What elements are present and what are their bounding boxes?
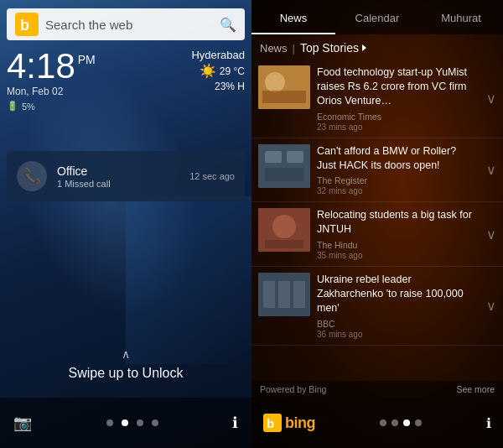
swipe-chevron-icon: ∧	[0, 347, 252, 361]
weather-block: Hyderabad ☀️ 29 °C 23% H	[191, 49, 245, 92]
weather-city: Hyderabad	[191, 49, 245, 61]
news-title-4: Ukraine rebel leader Zakharchenko 'to ra…	[317, 273, 478, 315]
notification-content: Office 1 Missed call	[57, 164, 179, 189]
news-time-4: 36 mins ago	[317, 330, 478, 339]
svg-text:b: b	[20, 17, 29, 34]
news-arrow-icon	[362, 44, 366, 51]
swipe-label: Swipe up to Unlock	[69, 366, 184, 380]
search-input-label[interactable]: Search the web	[45, 18, 220, 32]
news-item-4[interactable]: Ukraine rebel leader Zakharchenko 'to ra…	[252, 267, 503, 346]
svg-rect-13	[263, 281, 275, 308]
news-chevron-2: ∨	[486, 162, 496, 178]
dot-4	[152, 419, 158, 426]
right-footer: Powered by Bing See more	[252, 381, 503, 398]
svg-rect-11	[265, 240, 303, 248]
left-bottom-nav: 📷 ℹ	[0, 398, 252, 448]
page-dots	[106, 419, 158, 426]
notification-title: Office	[57, 164, 179, 178]
left-panel: b Search the web 🔍 4:18 PM Mon, Feb 02 🔋…	[0, 0, 252, 448]
right-bottom-nav: b bing ℹ	[252, 398, 503, 448]
news-label: News	[260, 42, 288, 55]
tab-calendar[interactable]: Calendar	[335, 0, 419, 34]
tab-news[interactable]: News	[252, 0, 335, 34]
news-thumb-4	[258, 273, 310, 316]
news-section-title: Top Stories	[300, 41, 359, 55]
dot-1	[106, 419, 113, 426]
news-item-1[interactable]: Food technology start-up YuMist raises R…	[252, 60, 503, 138]
bing-b-icon: b	[263, 414, 282, 432]
tabs-row: News Calendar Muhurat	[252, 0, 503, 34]
ampm-display: PM	[78, 54, 96, 65]
right-page-dots	[380, 419, 422, 426]
news-separator: |	[293, 42, 295, 55]
news-time-1: 23 mins ago	[317, 122, 478, 132]
info-icon[interactable]: ℹ	[232, 414, 238, 432]
r-dot-2	[392, 419, 398, 426]
svg-rect-4	[262, 91, 306, 103]
time-weather-block: 4:18 PM Mon, Feb 02 🔋 5% Hyderabad ☀️ 29…	[7, 49, 245, 112]
news-thumb-2	[258, 144, 310, 188]
right-panel: News Calendar Muhurat News | Top Stories…	[252, 0, 503, 448]
svg-rect-5	[258, 144, 310, 188]
news-source-3: The Hindu	[317, 240, 478, 250]
bing-logo-bottom: b bing	[263, 414, 315, 432]
news-content-3: Relocating students a big task for JNTUH…	[317, 208, 478, 260]
news-title-2: Can't afford a BMW or Roller? Just HACK …	[317, 144, 478, 173]
news-list: Food technology start-up YuMist raises R…	[252, 60, 503, 381]
svg-point-10	[272, 215, 296, 238]
news-section-header: News | Top Stories	[252, 34, 503, 60]
news-title-3: Relocating students a big task for JNTUH	[317, 208, 478, 237]
r-dot-1	[380, 419, 386, 426]
news-source-1: Economic Times	[317, 112, 478, 122]
news-chevron-4: ∨	[486, 298, 496, 314]
weather-humidity: 23% H	[215, 81, 245, 92]
svg-rect-14	[278, 281, 290, 308]
svg-rect-6	[265, 151, 282, 163]
news-time-3: 35 mins ago	[317, 251, 478, 260]
right-info-icon[interactable]: ℹ	[486, 415, 491, 431]
news-content-1: Food technology start-up YuMist raises R…	[317, 65, 478, 132]
news-title-1: Food technology start-up YuMist raises R…	[317, 65, 478, 108]
camera-icon[interactable]: 📷	[13, 414, 32, 432]
svg-rect-8	[265, 168, 303, 181]
see-more-link[interactable]: See more	[456, 384, 495, 394]
date-display: Mon, Feb 02	[7, 86, 96, 97]
svg-rect-7	[287, 151, 303, 163]
svg-point-3	[265, 72, 285, 92]
news-thumb-3	[258, 208, 310, 252]
weather-icon: ☀️	[200, 63, 216, 79]
news-time-2: 32 mins ago	[317, 186, 478, 195]
news-chevron-3: ∨	[486, 227, 496, 242]
news-content-2: Can't afford a BMW or Roller? Just HACK …	[317, 144, 478, 196]
dot-2	[122, 419, 128, 426]
bing-text-label: bing	[285, 414, 315, 432]
notification-subtitle: 1 Missed call	[57, 179, 179, 189]
search-icon[interactable]: 🔍	[220, 17, 236, 33]
news-source-4: BBC	[317, 319, 478, 329]
r-dot-4	[415, 419, 422, 426]
svg-text:b: b	[267, 416, 274, 430]
news-item-2[interactable]: Can't afford a BMW or Roller? Just HACK …	[252, 138, 503, 203]
dot-3	[137, 419, 143, 426]
tab-muhurat[interactable]: Muhurat	[419, 0, 503, 34]
news-content-4: Ukraine rebel leader Zakharchenko 'to ra…	[317, 273, 478, 339]
weather-temp: 29 °C	[220, 65, 245, 77]
bing-logo-icon: b	[15, 13, 39, 36]
news-source-2: The Register	[317, 175, 478, 185]
battery-percent: 5%	[22, 102, 35, 112]
news-item-3[interactable]: Relocating students a big task for JNTUH…	[252, 202, 503, 267]
battery-icon: 🔋	[7, 101, 18, 112]
time-display: 4:18	[7, 49, 75, 84]
news-thumb-1	[258, 65, 310, 109]
search-bar[interactable]: b Search the web 🔍	[7, 8, 245, 40]
time-block: 4:18 PM Mon, Feb 02 🔋 5%	[7, 49, 96, 112]
r-dot-3	[403, 419, 410, 426]
swipe-unlock-text: ∧ Swipe up to Unlock	[0, 347, 252, 381]
powered-by-bing: Powered by Bing	[260, 384, 326, 394]
notification-time: 12 sec ago	[189, 171, 235, 181]
news-chevron-1: ∨	[486, 91, 496, 107]
svg-rect-15	[293, 281, 305, 308]
notification-icon: 📞	[17, 161, 47, 191]
notification-card[interactable]: 📞 Office 1 Missed call 12 sec ago	[7, 151, 245, 201]
